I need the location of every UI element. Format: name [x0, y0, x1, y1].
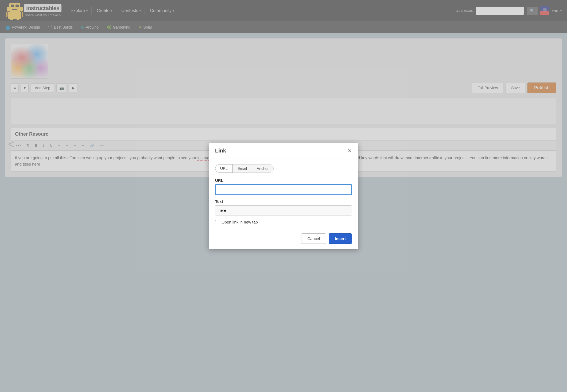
cancel-button[interactable]: Cancel: [301, 233, 326, 244]
new-tab-row: Open link in new tab: [215, 220, 352, 224]
tab-email[interactable]: Email: [233, 164, 252, 173]
link-type-tabs: URL Email Anchor: [215, 164, 352, 173]
new-tab-label: Open link in new tab: [222, 220, 258, 224]
insert-button[interactable]: Insert: [329, 233, 352, 244]
url-form-group: URL: [215, 178, 352, 195]
text-label: Text: [215, 199, 352, 204]
modal-close-button[interactable]: ✕: [347, 148, 352, 154]
modal-title: Link: [215, 148, 226, 154]
text-input[interactable]: [215, 205, 352, 215]
tab-anchor[interactable]: Anchor: [252, 164, 274, 173]
text-form-group: Text: [215, 199, 352, 215]
modal-body: URL Email Anchor URL Text Open link in n…: [209, 159, 358, 230]
modal-footer: Cancel Insert: [209, 230, 358, 249]
url-label: URL: [215, 178, 352, 183]
tab-url[interactable]: URL: [215, 164, 233, 173]
modal-overlay: Link ✕ URL Email Anchor URL Text: [0, 0, 567, 392]
modal-header: Link ✕: [209, 143, 358, 159]
url-input[interactable]: [215, 184, 352, 195]
new-tab-checkbox[interactable]: [215, 220, 219, 224]
link-modal: Link ✕ URL Email Anchor URL Text: [209, 143, 358, 249]
